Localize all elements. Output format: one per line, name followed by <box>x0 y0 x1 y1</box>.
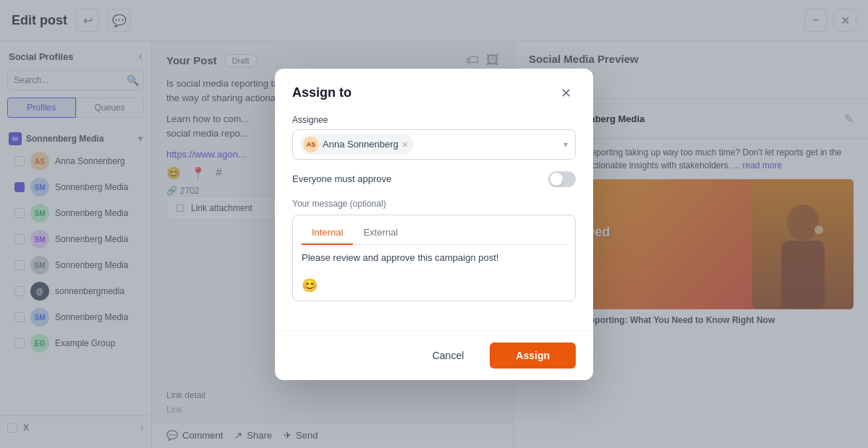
assign-button[interactable]: Assign <box>490 343 576 369</box>
emoji-picker-button[interactable]: 😊 <box>302 278 318 293</box>
assign-modal: Assign to ✕ Assignee AS Anna Sonnenberg … <box>275 69 593 380</box>
message-label: Your message (optional) <box>292 199 576 209</box>
assignee-tag: AS Anna Sonnenberg × <box>300 134 414 155</box>
modal-title: Assign to <box>292 85 352 100</box>
external-tab[interactable]: External <box>353 223 408 245</box>
internal-tab[interactable]: Internal <box>302 223 353 245</box>
everyone-approve-label: Everyone must approve <box>292 173 391 184</box>
modal-header: Assign to ✕ <box>275 69 593 115</box>
assignee-avatar: AS <box>303 137 319 152</box>
message-area: Internal External Please review and appr… <box>292 215 576 301</box>
everyone-approve-toggle[interactable] <box>548 171 576 187</box>
modal-close-button[interactable]: ✕ <box>556 83 576 103</box>
assignee-field[interactable]: AS Anna Sonnenberg × ▾ <box>292 129 576 160</box>
remove-assignee-button[interactable]: × <box>402 139 408 150</box>
message-tabs: Internal External <box>302 223 566 245</box>
toggle-row: Everyone must approve <box>292 171 576 187</box>
assignee-label: Assignee <box>292 115 576 125</box>
modal-body: Assignee AS Anna Sonnenberg × ▾ Everyone… <box>275 115 593 330</box>
dropdown-arrow-icon[interactable]: ▾ <box>563 139 568 150</box>
message-text: Please review and approve this campaign … <box>302 252 566 263</box>
modal-footer: Cancel Assign <box>275 330 593 380</box>
assignee-name: Anna Sonnenberg <box>323 139 399 150</box>
cancel-button[interactable]: Cancel <box>415 343 482 369</box>
modal-overlay: Assign to ✕ Assignee AS Anna Sonnenberg … <box>0 0 868 448</box>
